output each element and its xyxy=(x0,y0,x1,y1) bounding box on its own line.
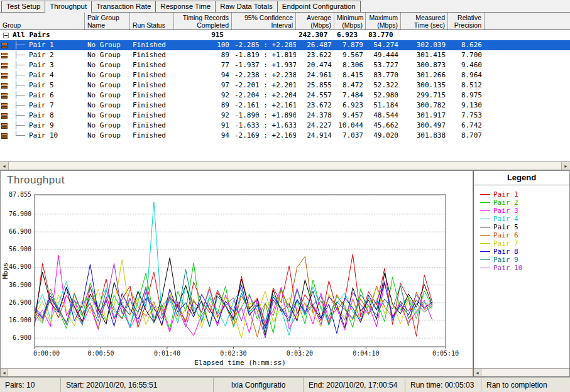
tab-test-setup[interactable]: Test Setup xyxy=(1,1,45,12)
legend-item-pair-2[interactable]: Pair 2 xyxy=(480,199,563,207)
legend-item-pair-5[interactable]: Pair 5 xyxy=(480,223,563,231)
tab-throughput[interactable]: Throughput xyxy=(45,1,92,13)
pair-group-cell: ├──Pair 8 xyxy=(0,111,85,121)
svg-text:0:04:10: 0:04:10 xyxy=(353,350,379,357)
table-row-pair-10[interactable]: └──Pair 10No GroupFinished94-2.169 : +2.… xyxy=(0,131,570,141)
tab-transaction-rate[interactable]: Transaction Rate xyxy=(91,1,156,12)
legend-item-pair-3[interactable]: Pair 3 xyxy=(480,207,563,215)
svg-text:66.900: 66.900 xyxy=(9,228,31,235)
group-cell: All Pairs xyxy=(0,30,85,40)
pair-group-cell: ├──Pair 7 xyxy=(0,101,85,111)
avg-cell: 20.474 xyxy=(296,60,334,70)
legend-item-pair-7[interactable]: Pair 7 xyxy=(480,239,563,248)
status-segment-3: End: 2020/10/20, 17:00:54 xyxy=(304,378,405,392)
min-cell: 8.472 xyxy=(334,80,366,90)
pair-icon xyxy=(1,133,8,139)
time-cell: 299.715 xyxy=(401,90,448,101)
column-header-timing-records-completed[interactable]: Timing RecordsCompleted xyxy=(174,13,232,30)
main-horizontal-scrollbar[interactable]: ◄ ► xyxy=(0,161,570,170)
pair-icon xyxy=(1,93,8,99)
column-header-relative-precision[interactable]: RelativePrecision xyxy=(448,13,485,30)
scroll-left-icon[interactable]: ◄ xyxy=(0,162,9,170)
pair-name: Pair 8 xyxy=(29,111,54,121)
ci-cell: -2.238 : +2.238 xyxy=(232,70,296,80)
legend-item-pair-9[interactable]: Pair 9 xyxy=(480,256,563,264)
chart-scrollbar-track[interactable] xyxy=(8,369,473,376)
legend-item-pair-6[interactable]: Pair 6 xyxy=(480,231,563,239)
scrollbar-track[interactable] xyxy=(9,162,561,170)
legend-scroll-left-icon[interactable]: ◄ xyxy=(474,369,481,376)
svg-text:26.900: 26.900 xyxy=(9,299,31,306)
legend-item-pair-8[interactable]: Pair 8 xyxy=(480,248,563,256)
tab-raw-data-totals[interactable]: Raw Data Totals xyxy=(215,1,278,12)
tree-branch-icon: ├── xyxy=(14,80,25,90)
table-row-pair-5[interactable]: ├──Pair 5No GroupFinished97-2.201 : +2.2… xyxy=(0,80,570,90)
max-cell: 49.444 xyxy=(366,50,401,60)
chart-horizontal-scrollbar[interactable]: ◄ xyxy=(1,368,473,376)
column-header-measured-time-(sec)[interactable]: MeasuredTime (sec) xyxy=(401,13,448,30)
status-cell: Finished xyxy=(130,101,174,111)
legend-item-pair-10[interactable]: Pair 10 xyxy=(480,264,563,272)
pair-icon xyxy=(1,113,8,119)
max-cell: 49.020 xyxy=(366,131,401,141)
tab-endpoint-configuration[interactable]: Endpoint Configuration xyxy=(277,1,361,12)
precision-cell: 7.753 xyxy=(448,111,485,121)
column-header-pair-group-name[interactable]: Pair GroupName xyxy=(85,13,130,30)
status-cell: Finished xyxy=(130,90,174,101)
column-header-maximum-(mbps)[interactable]: Maximum(Mbps) xyxy=(366,13,401,30)
legend-items: Pair 1Pair 2Pair 3Pair 4Pair 5Pair 6Pair… xyxy=(474,185,569,368)
pair-group-cell: ├──Pair 4 xyxy=(0,70,85,80)
column-header-average-(mbps)[interactable]: Average(Mbps) xyxy=(296,13,334,30)
legend-item-pair-1[interactable]: Pair 1 xyxy=(480,190,563,199)
svg-text:0:01:40: 0:01:40 xyxy=(154,350,180,357)
pair-group-cell: ├──Pair 3 xyxy=(0,60,85,70)
column-header-run-status[interactable]: Run Status xyxy=(130,13,174,30)
legend-line-swatch xyxy=(480,251,490,252)
pair-group-cell: ├──Pair 5 xyxy=(0,80,85,90)
svg-text:36.900: 36.900 xyxy=(9,281,31,288)
column-header-minimum-(mbps)[interactable]: Minimum(Mbps) xyxy=(334,13,366,30)
precision-cell: 8.964 xyxy=(448,70,485,80)
tree-branch-icon: ├── xyxy=(14,50,25,60)
legend-line-swatch xyxy=(480,202,490,203)
table-row-pair-9[interactable]: ├──Pair 9No GroupFinished91-1.633 : +1.6… xyxy=(0,121,570,131)
precision-cell: 9.130 xyxy=(448,101,485,111)
collapse-expander-icon[interactable] xyxy=(3,33,9,38)
table-row-pair-4[interactable]: ├──Pair 4No GroupFinished94-2.238 : +2.2… xyxy=(0,70,570,80)
legend-label: Pair 4 xyxy=(493,215,518,223)
table-row-pair-8[interactable]: ├──Pair 8No GroupFinished92-1.890 : +1.8… xyxy=(0,111,570,121)
records-cell: 89 xyxy=(174,101,232,111)
pair-icon xyxy=(1,63,8,68)
legend-line-swatch xyxy=(480,268,490,268)
status-bar: Pairs: 10Start: 2020/10/20, 16:55:51Ixia… xyxy=(0,377,570,392)
legend-item-pair-4[interactable]: Pair 4 xyxy=(480,215,563,223)
tree-branch-icon: ├── xyxy=(14,121,25,131)
status-cell: Finished xyxy=(130,50,174,60)
column-header-group[interactable]: Group xyxy=(0,13,85,30)
group-cell: No Group xyxy=(85,111,130,121)
pair-name: Pair 7 xyxy=(29,101,54,111)
legend-line-swatch xyxy=(480,227,490,227)
tree-branch-icon: ├── xyxy=(14,101,25,111)
table-row-pair-2[interactable]: ├──Pair 2No GroupFinished89-1.819 : +1.8… xyxy=(0,50,570,60)
legend-scrollbar-track[interactable] xyxy=(481,369,569,376)
records-cell: 97 xyxy=(174,80,232,90)
svg-text:16.900: 16.900 xyxy=(9,317,31,324)
svg-text:6.900: 6.900 xyxy=(13,334,31,341)
table-row-pair-7[interactable]: ├──Pair 7No GroupFinished89-2.161 : +2.1… xyxy=(0,101,570,111)
table-row-pair-1[interactable]: ├──Pair 1No GroupFinished100-2.285 : +2.… xyxy=(0,40,570,50)
table-row-pair-3[interactable]: ├──Pair 3No GroupFinished77-1.937 : +1.9… xyxy=(0,60,570,70)
scroll-right-icon[interactable]: ► xyxy=(561,162,570,170)
chart-scroll-left-icon[interactable]: ◄ xyxy=(1,369,8,376)
column-header-95%-confidence-interval[interactable]: 95% ConfidenceInterval xyxy=(232,13,296,30)
group-cell: No Group xyxy=(85,131,130,141)
table-row-pair-6[interactable]: ├──Pair 6No GroupFinished92-2.204 : +2.2… xyxy=(0,90,570,101)
tab-response-time[interactable]: Response Time xyxy=(155,1,216,12)
legend-horizontal-scrollbar[interactable]: ◄ xyxy=(474,368,569,376)
svg-text:0:00:50: 0:00:50 xyxy=(87,350,114,357)
min-cell: 7.484 xyxy=(334,90,366,101)
min-cell: 8.306 xyxy=(334,60,366,70)
all-pairs-row[interactable]: All Pairs915242.3076.92383.770 xyxy=(0,30,570,40)
group-cell: No Group xyxy=(85,70,130,80)
precision-cell: 8.626 xyxy=(448,40,485,50)
